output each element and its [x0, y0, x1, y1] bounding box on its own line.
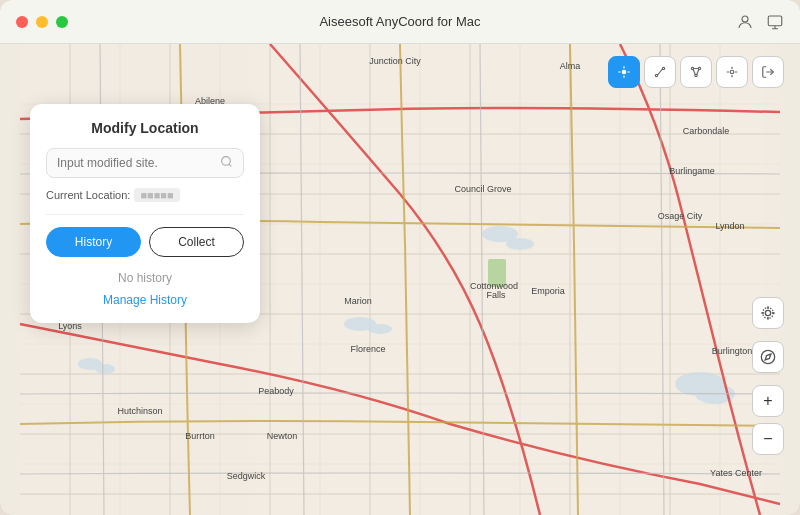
- joystick-button[interactable]: [716, 56, 748, 88]
- svg-text:Newton: Newton: [267, 431, 298, 441]
- svg-line-75: [229, 164, 231, 166]
- app-window: Aiseesoft AnyCoord for Mac: [0, 0, 800, 515]
- svg-point-74: [222, 157, 231, 166]
- titlebar: Aiseesoft AnyCoord for Mac: [0, 0, 800, 44]
- screen-icon[interactable]: [766, 13, 784, 31]
- svg-text:Sedgwick: Sedgwick: [227, 471, 266, 481]
- svg-point-73: [761, 350, 774, 363]
- svg-text:Burrton: Burrton: [185, 431, 215, 441]
- exit-button[interactable]: [752, 56, 784, 88]
- titlebar-actions: [736, 13, 784, 31]
- svg-point-65: [662, 67, 664, 69]
- search-box[interactable]: [46, 148, 244, 178]
- compass-button[interactable]: [752, 341, 784, 373]
- svg-point-0: [742, 16, 748, 22]
- no-history-text: No history: [46, 271, 244, 285]
- map-container[interactable]: Junction City Alma Abilene Carbondale Bu…: [0, 44, 800, 515]
- panel-title: Modify Location: [46, 120, 244, 136]
- svg-text:Peabody: Peabody: [258, 386, 294, 396]
- svg-text:Carbondale: Carbondale: [683, 126, 730, 136]
- svg-text:Burlingame: Burlingame: [669, 166, 715, 176]
- my-location-button[interactable]: [752, 297, 784, 329]
- modify-location-panel: Modify Location Current Location: ■■■■■ …: [30, 104, 260, 323]
- manage-history-link[interactable]: Manage History: [46, 293, 244, 307]
- tabs-row: History Collect: [46, 227, 244, 257]
- search-input[interactable]: [57, 156, 220, 170]
- svg-text:Burlington: Burlington: [712, 346, 753, 356]
- route-tool-button[interactable]: [644, 56, 676, 88]
- svg-point-63: [622, 70, 627, 75]
- svg-text:Florence: Florence: [350, 344, 385, 354]
- svg-text:Lyndon: Lyndon: [715, 221, 744, 231]
- zoom-in-button[interactable]: +: [752, 385, 784, 417]
- svg-text:Osage City: Osage City: [658, 211, 703, 221]
- svg-text:Council Grove: Council Grove: [454, 184, 511, 194]
- multi-stop-button[interactable]: [680, 56, 712, 88]
- svg-point-34: [368, 324, 392, 334]
- user-icon[interactable]: [736, 13, 754, 31]
- search-icon: [220, 155, 233, 171]
- svg-point-38: [95, 364, 115, 374]
- svg-text:Marion: Marion: [344, 296, 372, 306]
- svg-point-64: [655, 74, 657, 76]
- svg-text:Hutchinson: Hutchinson: [117, 406, 162, 416]
- close-button[interactable]: [16, 16, 28, 28]
- locate-tool-button[interactable]: [608, 56, 640, 88]
- svg-rect-1: [768, 16, 782, 26]
- current-location-row: Current Location: ■■■■■: [46, 188, 244, 215]
- app-title: Aiseesoft AnyCoord for Mac: [319, 14, 480, 29]
- svg-point-32: [506, 238, 534, 250]
- svg-text:Yates Center: Yates Center: [710, 468, 762, 478]
- current-location-value: ■■■■■: [134, 188, 179, 202]
- minimize-button[interactable]: [36, 16, 48, 28]
- map-toolbar: [608, 56, 784, 88]
- history-tab[interactable]: History: [46, 227, 141, 257]
- svg-point-69: [730, 70, 734, 74]
- zoom-controls: + −: [752, 297, 784, 455]
- svg-text:Junction City: Junction City: [369, 56, 421, 66]
- svg-text:Emporia: Emporia: [531, 286, 565, 296]
- traffic-lights: [16, 16, 68, 28]
- collect-tab[interactable]: Collect: [149, 227, 244, 257]
- svg-text:Alma: Alma: [560, 61, 581, 71]
- svg-point-72: [763, 308, 774, 319]
- current-location-label: Current Location:: [46, 189, 130, 201]
- svg-text:Falls: Falls: [486, 290, 506, 300]
- zoom-out-button[interactable]: −: [752, 423, 784, 455]
- svg-point-71: [765, 310, 770, 315]
- maximize-button[interactable]: [56, 16, 68, 28]
